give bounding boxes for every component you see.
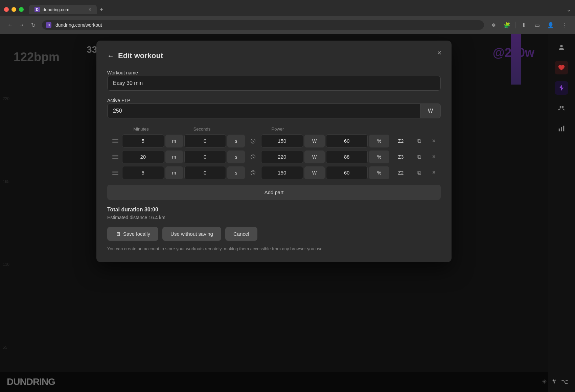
seconds-input-1[interactable] bbox=[184, 150, 226, 163]
svg-rect-3 bbox=[559, 129, 560, 131]
window-controls bbox=[4, 7, 24, 12]
save-locally-button[interactable]: 🖥 Save locally bbox=[107, 227, 158, 241]
seconds-input-0[interactable] bbox=[184, 134, 226, 147]
use-without-saving-button[interactable]: Use without saving bbox=[162, 227, 221, 241]
ftp-input[interactable] bbox=[107, 103, 420, 118]
ftp-row: W bbox=[107, 103, 441, 118]
minutes-input-0[interactable] bbox=[122, 134, 164, 147]
download-button[interactable]: ⬇ bbox=[518, 20, 529, 30]
tab-close-button[interactable]: × bbox=[89, 7, 91, 12]
svg-point-1 bbox=[560, 106, 562, 108]
minutes-unit-2: m bbox=[165, 166, 183, 179]
puzzle-button[interactable]: 🧩 bbox=[502, 20, 512, 30]
minutes-unit-1: m bbox=[165, 151, 183, 163]
active-tab[interactable]: D dundring.com × bbox=[29, 5, 97, 14]
forward-button[interactable]: → bbox=[17, 20, 26, 30]
tab-favicon: D bbox=[34, 7, 40, 12]
sidebar-icon-people[interactable] bbox=[555, 101, 568, 115]
seconds-unit-2: s bbox=[227, 166, 245, 179]
close-window-button[interactable] bbox=[4, 7, 9, 12]
total-duration: Total duration 30:00 bbox=[107, 207, 441, 213]
seconds-input-2[interactable] bbox=[184, 166, 226, 179]
tab-bar: D dundring.com × + ⌄ bbox=[0, 0, 575, 16]
svg-rect-4 bbox=[561, 127, 562, 131]
browser-chrome: D dundring.com × + ⌄ ← → ↻ D ❄ 🧩 ⬇ ▭ 👤 ⋮ bbox=[0, 0, 575, 34]
main-content-background: 122bpm 33.1 km/h 8.5 km @200w 220 165 11… bbox=[0, 34, 548, 392]
minutes-unit-0: m bbox=[165, 135, 183, 147]
toolbar-buttons: ❄ 🧩 ⬇ ▭ 👤 ⋮ bbox=[488, 20, 570, 30]
header-seconds: Seconds bbox=[183, 126, 221, 132]
modal-back-button[interactable]: ← bbox=[107, 52, 114, 60]
at-symbol-2: @ bbox=[246, 170, 260, 176]
copy-part-button-0[interactable]: ⧉ bbox=[412, 138, 426, 144]
new-tab-button[interactable]: + bbox=[99, 6, 104, 13]
svg-rect-5 bbox=[563, 126, 565, 132]
copy-part-button-2[interactable]: ⧉ bbox=[412, 170, 426, 176]
nav-buttons: ← → ↻ bbox=[5, 20, 38, 30]
url-input[interactable] bbox=[42, 20, 484, 30]
percent-unit-1: % bbox=[369, 151, 389, 163]
header-minutes: Minutes bbox=[122, 126, 160, 132]
sidebar-icon-chart[interactable] bbox=[555, 122, 568, 135]
minutes-input-2[interactable] bbox=[122, 166, 164, 179]
drag-handle-1[interactable] bbox=[110, 155, 121, 159]
grid-icon[interactable]: # bbox=[552, 378, 556, 386]
zone-label-1: Z3 bbox=[391, 154, 411, 160]
delete-part-button-0[interactable]: × bbox=[427, 137, 441, 144]
at-symbol-0: @ bbox=[246, 138, 260, 144]
part-row: m s @ W % Z2 ⧉ × bbox=[107, 166, 441, 179]
modal-overlay: ← Edit workout × Workout name Active FTP… bbox=[0, 34, 548, 392]
github-icon[interactable]: ⌥ bbox=[561, 378, 568, 386]
extensions-button[interactable]: ❄ bbox=[488, 20, 499, 30]
modal-close-button[interactable]: × bbox=[434, 47, 445, 58]
save-icon: 🖥 bbox=[115, 231, 120, 237]
power-unit-2: W bbox=[304, 166, 325, 179]
header-power: Power bbox=[259, 126, 297, 132]
power-unit-1: W bbox=[304, 151, 325, 163]
cancel-button[interactable]: Cancel bbox=[225, 227, 257, 241]
zone-label-2: Z2 bbox=[391, 170, 411, 176]
sidebar-icon-heart[interactable] bbox=[555, 61, 568, 74]
percent-input-0[interactable] bbox=[326, 134, 368, 147]
back-button[interactable]: ← bbox=[5, 20, 15, 30]
maximize-window-button[interactable] bbox=[19, 7, 24, 12]
address-bar: ← → ↻ D ❄ 🧩 ⬇ ▭ 👤 ⋮ bbox=[0, 16, 575, 34]
seconds-unit-1: s bbox=[227, 151, 245, 163]
estimated-distance: Estimated distance 16.4 km bbox=[107, 215, 441, 220]
part-row: m s @ W % Z2 ⧉ × bbox=[107, 134, 441, 147]
power-input-2[interactable] bbox=[261, 166, 303, 179]
active-ftp-label: Active FTP bbox=[107, 98, 130, 103]
delete-part-button-1[interactable]: × bbox=[427, 153, 441, 160]
toolbar-divider bbox=[515, 22, 515, 28]
drag-handle-0[interactable] bbox=[110, 139, 121, 143]
account-hint: You can create an account to store your … bbox=[107, 246, 441, 251]
zone-label-0: Z2 bbox=[391, 138, 411, 144]
reload-button[interactable]: ↻ bbox=[28, 20, 38, 30]
copy-part-button-1[interactable]: ⧉ bbox=[412, 154, 426, 160]
part-row: m s @ W % Z3 ⧉ × bbox=[107, 150, 441, 163]
percent-input-1[interactable] bbox=[326, 150, 368, 163]
sidebar-icon-person[interactable] bbox=[555, 41, 568, 54]
add-part-button[interactable]: Add part bbox=[107, 185, 441, 200]
tab-list-button[interactable]: ⌄ bbox=[567, 6, 571, 13]
percent-input-2[interactable] bbox=[326, 166, 368, 179]
profile-button[interactable]: 👤 bbox=[545, 20, 556, 30]
sidebar-toggle-button[interactable]: ▭ bbox=[532, 20, 543, 30]
delete-part-button-2[interactable]: × bbox=[427, 169, 441, 176]
power-input-0[interactable] bbox=[261, 134, 303, 147]
save-locally-label: Save locally bbox=[123, 231, 150, 237]
drag-handle-2[interactable] bbox=[110, 171, 121, 175]
page-background: 122bpm 33.1 km/h 8.5 km @200w 220 165 11… bbox=[0, 34, 575, 392]
minimize-window-button[interactable] bbox=[12, 7, 16, 12]
modal-header: ← Edit workout bbox=[107, 51, 441, 60]
svg-point-2 bbox=[562, 106, 564, 108]
workout-name-label: Workout name bbox=[107, 70, 138, 75]
workout-name-input[interactable] bbox=[107, 76, 441, 91]
sidebar-icon-bolt[interactable] bbox=[555, 81, 568, 95]
minutes-input-1[interactable] bbox=[122, 150, 164, 163]
menu-button[interactable]: ⋮ bbox=[559, 20, 570, 30]
parts-table-header: Minutes Seconds Power bbox=[107, 126, 441, 134]
power-input-1[interactable] bbox=[261, 150, 303, 163]
action-buttons: 🖥 Save locally Use without saving Cancel bbox=[107, 227, 441, 241]
at-symbol-1: @ bbox=[246, 154, 260, 160]
